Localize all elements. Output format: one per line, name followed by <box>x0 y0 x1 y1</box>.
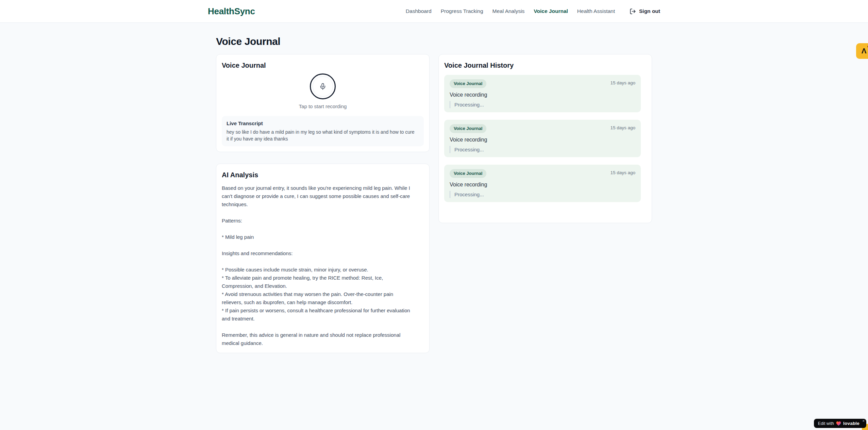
entry-timestamp: 15 days ago <box>610 169 635 175</box>
history-entry[interactable]: Voice Journal 15 days ago Voice recordin… <box>444 120 641 157</box>
sign-out-label: Sign out <box>639 8 660 14</box>
entry-status: Processing... <box>450 146 635 153</box>
entry-timestamp: 15 days ago <box>610 79 635 85</box>
entry-header-row: Voice Journal 15 days ago <box>450 169 635 178</box>
live-transcript-title: Live Transcript <box>227 120 419 126</box>
right-column: Voice Journal History Voice Journal 15 d… <box>438 54 652 223</box>
entry-status: Processing... <box>450 191 635 198</box>
mic-button-wrap <box>222 73 424 99</box>
history-entry[interactable]: Voice Journal 15 days ago Voice recordin… <box>444 75 641 112</box>
gradient-heart-icon <box>836 421 841 426</box>
nav-item-meal-analysis[interactable]: Meal Analysis <box>493 8 525 14</box>
lovable-logo-icon: Λ <box>862 47 867 55</box>
main-nav: Dashboard Progress Tracking Meal Analysi… <box>406 8 660 15</box>
nav-item-dashboard[interactable]: Dashboard <box>406 8 432 14</box>
ai-analysis-body: Based on your journal entry, it sounds l… <box>222 184 424 347</box>
entry-timestamp: 15 days ago <box>610 124 635 130</box>
voice-journal-history-card: Voice Journal History Voice Journal 15 d… <box>438 54 652 223</box>
record-button[interactable] <box>310 73 336 99</box>
header-container: HealthSync Dashboard Progress Tracking M… <box>208 0 660 22</box>
entry-description: Voice recording <box>450 137 635 143</box>
entry-header-row: Voice Journal 15 days ago <box>450 124 635 133</box>
nav-item-progress-tracking[interactable]: Progress Tracking <box>441 8 483 14</box>
sign-out-button[interactable]: Sign out <box>630 8 660 15</box>
edit-with-label: Edit with <box>818 421 834 426</box>
content-grid: Voice Journal Tap to start recording <box>216 54 652 353</box>
tap-to-record-hint: Tap to start recording <box>222 103 424 109</box>
main-content: Voice Journal Voice Journal <box>216 23 652 353</box>
nav-item-health-assistant[interactable]: Health Assistant <box>577 8 615 14</box>
entry-description: Voice recording <box>450 182 635 188</box>
entry-type-badge: Voice Journal <box>450 124 486 133</box>
entry-status: Processing... <box>450 101 635 108</box>
app-header: HealthSync Dashboard Progress Tracking M… <box>0 0 868 23</box>
ai-analysis-card: AI Analysis Based on your journal entry,… <box>216 164 430 353</box>
recorder-card-title: Voice Journal <box>222 61 424 69</box>
microphone-icon <box>319 83 327 90</box>
entry-description: Voice recording <box>450 92 635 98</box>
page-title: Voice Journal <box>216 36 652 47</box>
app-logo[interactable]: HealthSync <box>208 6 255 17</box>
left-column: Voice Journal Tap to start recording <box>216 54 430 353</box>
lovable-brand-label: lovable <box>843 421 859 426</box>
lovable-side-badge[interactable]: Λ <box>856 43 868 59</box>
history-card-title: Voice Journal History <box>444 61 646 69</box>
close-icon[interactable]: × <box>863 419 865 423</box>
entry-type-badge: Voice Journal <box>450 169 486 178</box>
entry-type-badge: Voice Journal <box>450 79 486 88</box>
live-transcript-text: hey so like I do have a mild pain in my … <box>227 129 419 142</box>
nav-item-voice-journal[interactable]: Voice Journal <box>534 8 568 14</box>
entry-header-row: Voice Journal 15 days ago <box>450 79 635 88</box>
sign-out-icon <box>630 8 636 15</box>
voice-recorder-card: Voice Journal Tap to start recording <box>216 54 430 152</box>
live-transcript-panel: Live Transcript hey so like I do have a … <box>222 116 424 146</box>
ai-analysis-title: AI Analysis <box>222 171 424 179</box>
edit-with-lovable-badge[interactable]: Edit with lovable × <box>814 419 866 428</box>
history-entry[interactable]: Voice Journal 15 days ago Voice recordin… <box>444 165 641 202</box>
history-list: Voice Journal 15 days ago Voice recordin… <box>444 75 646 202</box>
